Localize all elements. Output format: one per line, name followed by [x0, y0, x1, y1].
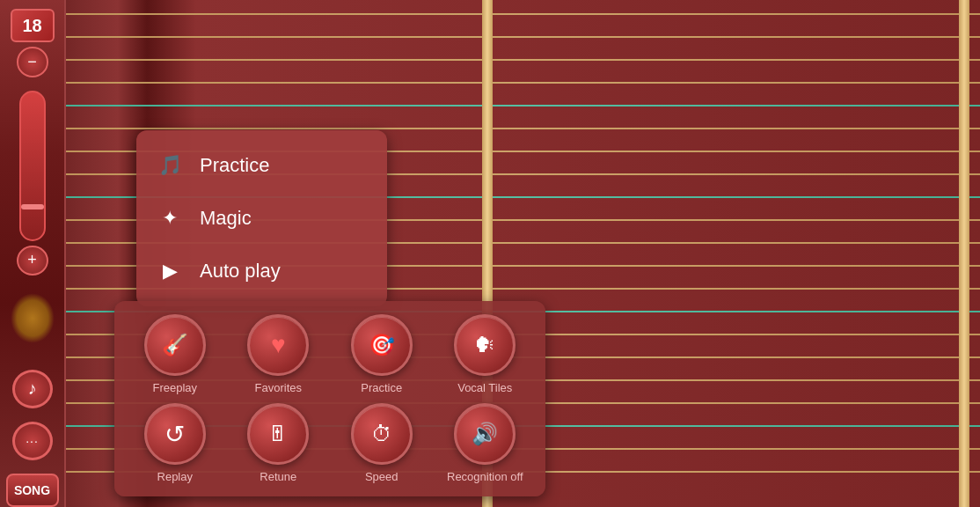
favorites-button[interactable]: ♥ — [247, 314, 309, 376]
retune-item[interactable]: 🎚 Retune — [234, 403, 322, 483]
string-line-5 — [66, 105, 980, 107]
left-panel: 18 − + ♪ ··· SONG — [0, 0, 66, 507]
favorites-icon: ♥ — [271, 331, 286, 359]
decorative-emblem — [11, 293, 55, 343]
recognition-icon: 🔊 — [472, 422, 498, 446]
favorites-label: Favorites — [255, 381, 302, 394]
speed-label: Speed — [365, 470, 399, 483]
favorites-item[interactable]: ♥ Favorites — [234, 314, 322, 394]
volume-increase-button[interactable]: + — [17, 246, 48, 276]
mode-practice[interactable]: 🎵 Practice — [136, 139, 387, 192]
vocal-tiles-item[interactable]: 🗣 Vocal Tiles — [441, 314, 529, 394]
bottom-toolbar: 🎸 Freeplay ♥ Favorites 🎯 Practice 🗣 Voca… — [114, 301, 545, 496]
string-line-6 — [66, 128, 980, 129]
song-button[interactable]: SONG — [6, 474, 59, 507]
magic-mode-icon: ✦ — [154, 202, 186, 234]
recognition-item[interactable]: 🔊 Recognition off — [441, 403, 529, 483]
practice-icon: 🎯 — [369, 333, 395, 357]
string-line-4 — [66, 82, 980, 84]
music-button[interactable]: ♪ — [12, 370, 53, 408]
retune-button[interactable]: 🎚 — [247, 403, 309, 465]
volume-slider[interactable] — [19, 91, 46, 241]
more-icon: ··· — [26, 434, 39, 448]
freeplay-icon: 🎸 — [162, 333, 188, 357]
retune-label: Retune — [260, 470, 296, 483]
practice-button[interactable]: 🎯 — [351, 314, 413, 376]
practice-mode-icon: 🎵 — [154, 150, 186, 181]
number-badge: 18 — [11, 9, 55, 42]
replay-label: Replay — [157, 470, 193, 483]
freeplay-item[interactable]: 🎸 Freeplay — [131, 314, 219, 394]
replay-button[interactable]: ↺ — [144, 403, 206, 465]
vocal-tiles-button[interactable]: 🗣 — [454, 314, 516, 376]
toolbar-row-1: 🎸 Freeplay ♥ Favorites 🎯 Practice 🗣 Voca… — [123, 314, 537, 394]
replay-icon: ↺ — [165, 420, 185, 449]
string-line-2 — [66, 36, 980, 38]
bridge-right — [959, 0, 969, 507]
speed-item[interactable]: ⏱ Speed — [338, 403, 426, 483]
music-icon: ♪ — [28, 378, 37, 399]
vocal-tiles-label: Vocal Tiles — [457, 381, 512, 394]
replay-item[interactable]: ↺ Replay — [131, 403, 219, 483]
mode-magic[interactable]: ✦ Magic — [136, 192, 387, 245]
practice-label: Practice — [361, 381, 402, 394]
string-line-3 — [66, 59, 980, 61]
vocal-tiles-icon: 🗣 — [474, 333, 495, 357]
practice-item[interactable]: 🎯 Practice — [338, 314, 426, 394]
recognition-label: Recognition off — [447, 470, 523, 483]
freeplay-label: Freeplay — [152, 381, 197, 394]
autoplay-mode-icon: ▶ — [154, 255, 186, 287]
string-line-1 — [66, 13, 980, 15]
mode-autoplay[interactable]: ▶ Auto play — [136, 245, 387, 298]
speed-icon: ⏱ — [371, 422, 392, 446]
toolbar-row-2: ↺ Replay 🎚 Retune ⏱ Speed 🔊 Recognition … — [123, 403, 537, 483]
volume-decrease-button[interactable]: − — [17, 47, 48, 77]
speed-button[interactable]: ⏱ — [351, 403, 413, 465]
retune-icon: 🎚 — [267, 422, 289, 446]
recognition-button[interactable]: 🔊 — [454, 403, 516, 465]
freeplay-button[interactable]: 🎸 — [144, 314, 206, 376]
more-button[interactable]: ··· — [12, 422, 53, 460]
mode-menu: 🎵 Practice ✦ Magic ▶ Auto play — [136, 130, 387, 306]
